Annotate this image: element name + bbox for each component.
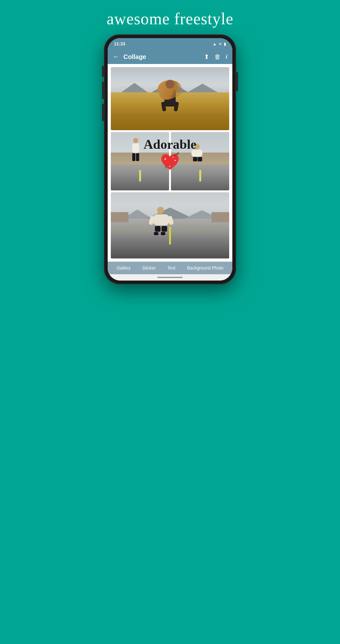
photo1 <box>111 67 229 130</box>
gallery-button[interactable]: Gallery <box>116 265 130 270</box>
phone-screen: 11:33 ▲ ✕ ▮ ← Collage ⬆ 🗑 i <box>108 38 232 281</box>
photo-right[interactable] <box>171 132 229 190</box>
battery-icon: ▮ <box>224 42 226 46</box>
background-photo-button[interactable]: Background Photo <box>187 265 223 270</box>
status-bar: 11:33 ▲ ✕ ▮ <box>108 38 232 49</box>
text-button[interactable]: Text <box>167 265 176 270</box>
photo3 <box>171 132 229 190</box>
bottom-toolbar: Gallery Sticker Text Background Photo <box>108 262 232 274</box>
photo2 <box>111 132 169 190</box>
status-icons: ▲ ✕ ▮ <box>212 42 226 46</box>
power-button <box>236 72 238 91</box>
photo-row-middle: Adorable ✦ ✦ ✦ ✦ <box>111 132 229 190</box>
photo4 <box>111 192 229 258</box>
sticker-button[interactable]: Sticker <box>142 265 156 270</box>
info-icon[interactable]: i <box>226 54 227 60</box>
photo-main[interactable] <box>111 67 229 130</box>
page-title: Collage <box>123 53 200 61</box>
share-icon[interactable]: ⬆ <box>204 53 209 61</box>
gallery-label: Gallery <box>116 265 130 270</box>
delete-icon[interactable]: 🗑 <box>214 53 221 61</box>
phone-wrapper: 11:33 ▲ ✕ ▮ ← Collage ⬆ 🗑 i <box>104 34 236 284</box>
phone-frame: 11:33 ▲ ✕ ▮ ← Collage ⬆ 🗑 i <box>104 34 236 284</box>
home-indicator <box>108 274 232 281</box>
top-bar-actions: ⬆ 🗑 i <box>204 53 227 61</box>
photo-left[interactable] <box>111 132 169 190</box>
volume-down-button <box>102 104 104 121</box>
background-photo-label: Background Photo <box>187 265 223 270</box>
content-area: Adorable ✦ ✦ ✦ ✦ <box>108 64 232 262</box>
signal-icon: ✕ <box>218 42 222 46</box>
wifi-icon: ▲ <box>212 42 217 46</box>
back-button[interactable]: ← <box>113 53 120 61</box>
photo-bottom[interactable] <box>111 192 229 258</box>
top-bar: ← Collage ⬆ 🗑 i <box>108 49 232 64</box>
text-label: Text <box>167 265 176 270</box>
volume-up-button <box>102 82 104 99</box>
status-time: 11:33 <box>114 41 125 46</box>
app-title: awesome freestyle <box>107 9 233 28</box>
collage-container: Adorable ✦ ✦ ✦ ✦ <box>108 64 232 262</box>
home-bar <box>157 277 183 278</box>
mute-button <box>102 66 104 77</box>
sticker-label: Sticker <box>142 265 156 270</box>
